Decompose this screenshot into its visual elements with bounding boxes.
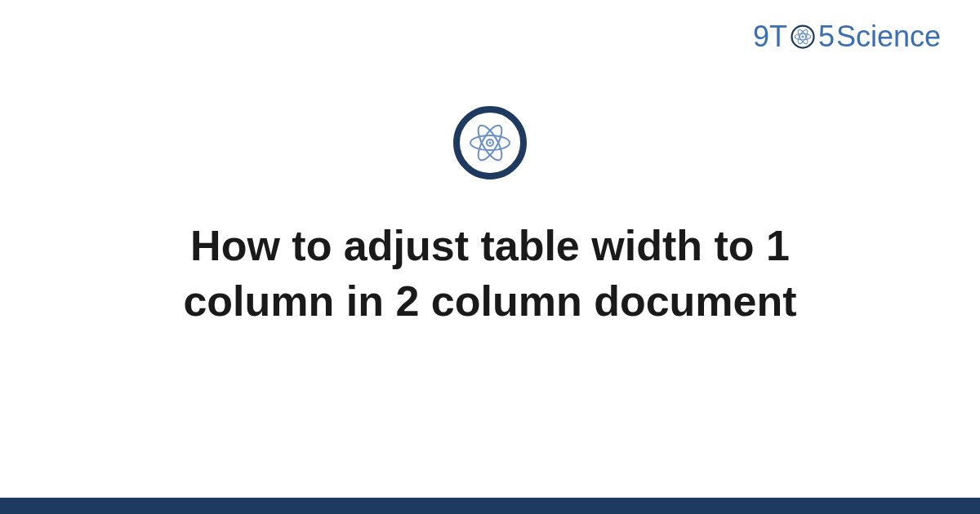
- bottom-accent-bar: [0, 498, 980, 514]
- page-title: How to adjust table width to 1 column in…: [122, 219, 858, 329]
- brand-logo: 9T 5 Science: [753, 20, 941, 54]
- brand-prefix: 9T: [753, 20, 787, 54]
- main-content: How to adjust table width to 1 column in…: [0, 106, 980, 329]
- svg-point-9: [489, 142, 492, 144]
- atom-icon: [791, 24, 815, 49]
- brand-name: Science: [836, 20, 941, 54]
- brand-suffix: 5: [818, 20, 835, 54]
- atom-badge-icon: [453, 106, 527, 179]
- svg-point-4: [801, 36, 804, 38]
